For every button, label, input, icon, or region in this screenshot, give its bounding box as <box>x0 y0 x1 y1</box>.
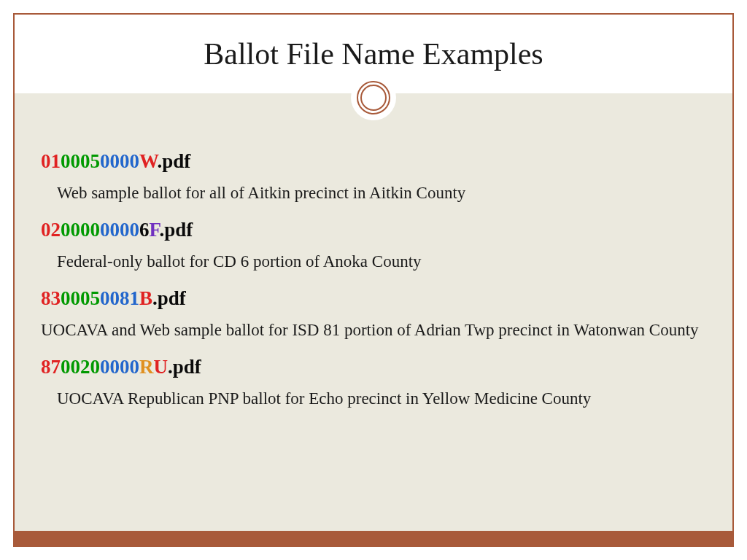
seg: R <box>139 356 154 378</box>
seg: 87 <box>41 356 61 378</box>
example-block: 0100050000W.pdf Web sample ballot for al… <box>41 150 706 204</box>
filename-2: 02000000006F.pdf <box>41 219 706 241</box>
circle-decoration <box>351 75 396 120</box>
slide-title: Ballot File Name Examples <box>204 36 543 71</box>
circle-outer <box>357 81 390 114</box>
example-block: 8300050081B.pdf UOCAVA and Web sample ba… <box>41 287 706 341</box>
slide-frame: Ballot File Name Examples 0100050000W.pd… <box>13 13 734 547</box>
seg: 0000 <box>100 150 139 172</box>
seg: 0000 <box>61 219 100 241</box>
seg: .pdf <box>168 356 201 378</box>
footer-bar <box>15 531 732 545</box>
description-4: UOCAVA Republican PNP ballot for Echo pr… <box>41 387 706 410</box>
filename-1: 0100050000W.pdf <box>41 150 706 173</box>
seg: 0081 <box>100 287 139 309</box>
seg: .pdf <box>158 150 191 172</box>
seg: 0000 <box>100 356 139 378</box>
seg: 0005 <box>61 287 100 309</box>
seg: 02 <box>41 219 61 241</box>
filename-4: 8700200000RU.pdf <box>41 356 706 378</box>
description-3: UOCAVA and Web sample ballot for ISD 81 … <box>41 319 706 341</box>
seg: 01 <box>41 150 61 172</box>
seg: 0020 <box>61 356 100 378</box>
seg: B <box>139 287 152 309</box>
filename-3: 8300050081B.pdf <box>41 287 706 310</box>
seg: 83 <box>41 287 61 309</box>
seg: 6 <box>139 219 150 241</box>
seg: .pdf <box>160 219 193 241</box>
content-section: 0100050000W.pdf Web sample ballot for al… <box>15 93 732 531</box>
example-block: 8700200000RU.pdf UOCAVA Republican PNP b… <box>41 356 706 410</box>
seg: F <box>150 219 160 241</box>
seg: 0000 <box>100 219 139 241</box>
seg: W <box>139 150 158 172</box>
seg: 0005 <box>61 150 100 172</box>
circle-inner <box>360 85 387 111</box>
example-block: 02000000006F.pdf Federal-only ballot for… <box>41 219 706 273</box>
description-2: Federal-only ballot for CD 6 portion of … <box>41 250 706 273</box>
seg: U <box>154 356 169 378</box>
description-1: Web sample ballot for all of Aitkin prec… <box>41 182 706 204</box>
seg: .pdf <box>152 287 186 309</box>
